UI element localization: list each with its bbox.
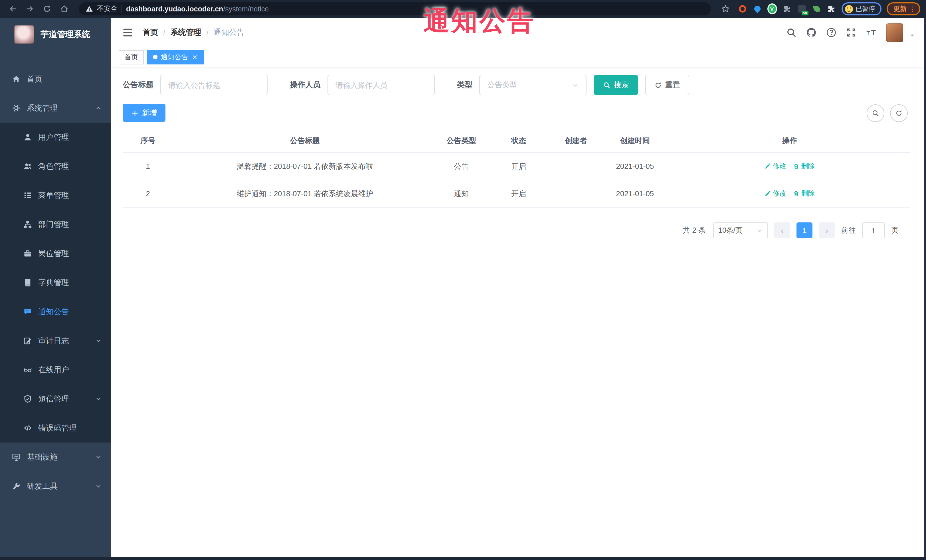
sidebar-item-通知公告[interactable]: 通知公告 (0, 297, 111, 326)
search-button[interactable]: 搜索 (594, 75, 638, 95)
tab-label: 通知公告 (161, 52, 188, 62)
sidebar-item-系统管理[interactable]: 系统管理 (0, 94, 111, 122)
table-header-row: 序号公告标题公告类型状态创建者创建时间操作 (123, 129, 910, 152)
font-size-icon[interactable] (866, 27, 876, 38)
browser-update-button[interactable]: 更新 ⋮ (887, 2, 920, 15)
sidebar-item-首页[interactable]: 首页 (0, 65, 111, 94)
window-bottom-edge (0, 557, 926, 560)
chevron-up-icon (95, 105, 101, 111)
action-label: 修改 (773, 189, 786, 198)
column-header: 创建者 (551, 129, 601, 152)
extensions-menu-icon[interactable] (826, 4, 836, 14)
sidebar-toggle-button[interactable] (122, 27, 133, 38)
browser-back-button[interactable] (6, 2, 20, 16)
refresh-icon (654, 81, 662, 89)
address-bar[interactable]: 不安全 dashboard.yudao.iocoder.cn/system/no… (79, 2, 711, 15)
user-avatar[interactable] (886, 23, 903, 42)
sidebar-item-角色管理[interactable]: 角色管理 (0, 152, 111, 181)
notice-title-input[interactable] (160, 75, 268, 95)
sidebar-item-字典管理[interactable]: 字典管理 (0, 268, 111, 297)
browser-profile-chip[interactable]: 已暂停 (841, 2, 882, 15)
breadcrumb-item[interactable]: 系统管理 (171, 27, 201, 38)
sms-icon (23, 395, 32, 403)
reset-button[interactable]: 重置 (645, 75, 689, 95)
filter-operator: 操作人员 (290, 75, 435, 95)
chevron-down-icon (757, 227, 763, 234)
browser-home-button[interactable] (57, 2, 71, 16)
notice-type-select[interactable]: 公告类型 (479, 75, 587, 95)
tab-notice[interactable]: 通知公告 (147, 50, 204, 64)
extension-dark-on-icon[interactable]: on (797, 4, 806, 14)
page-1-button[interactable]: 1 (796, 222, 813, 238)
tab-home[interactable]: 首页 (119, 50, 144, 64)
sidebar-item-错误码管理[interactable]: 错误码管理 (0, 414, 111, 442)
extension-location-icon[interactable] (752, 4, 762, 14)
insecure-label: 不安全 (97, 4, 118, 14)
sidebar-item-label: 通知公告 (38, 306, 69, 317)
prev-page-button[interactable]: ‹ (774, 222, 790, 238)
browser-reload-button[interactable] (40, 2, 54, 16)
sidebar-item-菜单管理[interactable]: 菜单管理 (0, 181, 111, 210)
edit-link[interactable]: 修改 (764, 189, 786, 198)
sidebar-item-审计日志[interactable]: 审计日志 (0, 326, 111, 355)
caret-down-icon[interactable] (909, 33, 915, 38)
sidebar-item-研发工具[interactable]: 研发工具 (0, 472, 111, 501)
filter-operator-label: 操作人员 (290, 80, 321, 90)
close-tab-icon[interactable] (192, 54, 198, 60)
top-navbar: 首页/系统管理/通知公告 (111, 18, 926, 47)
page-size-select[interactable]: 10条/页 (713, 222, 768, 238)
action-label: 删除 (801, 189, 815, 198)
table-cell: 温馨提醒：2018-07-01 若依新版本发布啦 (173, 152, 437, 180)
github-icon[interactable] (806, 27, 817, 38)
sidebar-item-用户管理[interactable]: 用户管理 (0, 122, 111, 152)
filter-title: 公告标题 (123, 75, 268, 95)
table-row: 2维护通知：2018-07-01 若依系统凌晨维护通知开启2021-01-05修… (123, 180, 910, 207)
extension-green-v-icon[interactable]: V (767, 4, 777, 14)
breadcrumb: 首页/系统管理/通知公告 (143, 27, 245, 38)
refresh-table-button[interactable] (890, 104, 908, 122)
delete-link[interactable]: 删除 (793, 189, 815, 198)
browser-forward-button[interactable] (23, 2, 36, 16)
sidebar-item-短信管理[interactable]: 短信管理 (0, 384, 111, 414)
chevron-down-icon (95, 338, 101, 344)
update-label: 更新 (893, 5, 906, 13)
sidebar-item-label: 错误码管理 (38, 423, 77, 433)
breadcrumb-item[interactable]: 首页 (143, 27, 158, 38)
menu-list-icon (23, 191, 32, 199)
sidebar-item-label: 研发工具 (27, 481, 57, 491)
help-icon[interactable] (826, 27, 837, 38)
prev-icon: ‹ (781, 226, 783, 235)
edit-link[interactable]: 修改 (764, 162, 786, 171)
chevron-down-icon (95, 454, 101, 460)
goto-page-input[interactable] (862, 222, 885, 238)
table-cell: 通知 (437, 180, 486, 207)
sidebar-item-部门管理[interactable]: 部门管理 (0, 210, 111, 239)
browser-toolbar: 不安全 dashboard.yudao.iocoder.cn/system/no… (0, 0, 926, 18)
operator-input[interactable] (327, 75, 435, 95)
table-cell: 公告 (437, 152, 486, 180)
sidebar-item-岗位管理[interactable]: 岗位管理 (0, 239, 111, 268)
kebab-menu-icon: ⋮ (909, 6, 916, 12)
search-icon[interactable] (786, 27, 796, 38)
trash-icon (793, 190, 799, 197)
bookmark-star-button[interactable] (719, 2, 732, 16)
page-content: 公告标题 操作人员 类型 公告类型 (111, 67, 926, 560)
column-header: 序号 (123, 129, 173, 152)
sidebar-item-在线用户[interactable]: 在线用户 (0, 355, 111, 384)
dictionary-icon (23, 278, 32, 287)
add-button[interactable]: 新增 (123, 104, 165, 122)
infrastructure-icon (12, 453, 21, 461)
sidebar-logo-row[interactable]: 芋道管理系统 (0, 18, 111, 51)
action-label: 删除 (801, 162, 815, 171)
app-title: 芋道管理系统 (41, 29, 90, 40)
extension-puzzle-gray-icon[interactable] (782, 4, 791, 14)
extension-leaf-icon[interactable] (812, 4, 821, 14)
table-row: 1温馨提醒：2018-07-01 若依新版本发布啦公告开启2021-01-05修… (123, 152, 910, 180)
toggle-search-button[interactable] (867, 104, 884, 122)
extension-ubuntu-icon[interactable] (737, 4, 747, 14)
sidebar-item-基础设施[interactable]: 基础设施 (0, 442, 111, 472)
fullscreen-icon[interactable] (846, 27, 856, 38)
page-size-value: 10条/页 (718, 225, 743, 235)
next-page-button[interactable]: › (819, 222, 835, 238)
delete-link[interactable]: 删除 (793, 162, 815, 171)
